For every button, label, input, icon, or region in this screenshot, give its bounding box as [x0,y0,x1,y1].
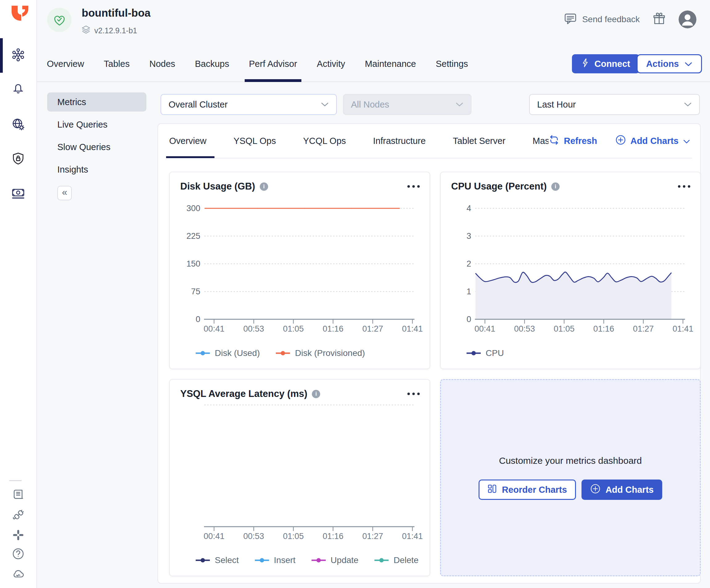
panel-tab-infrastructure[interactable]: Infrastructure [373,123,426,158]
legend-label: CPU [486,348,504,358]
refresh-label: Refresh [564,136,597,146]
actions-button[interactable]: Actions [637,54,702,73]
svg-text:00:41: 00:41 [475,324,496,333]
cluster-tabbar: Overview Tables Nodes Backups Perf Advis… [37,46,710,82]
tab-settings[interactable]: Settings [436,46,468,81]
collapse-chevrons-glyph: « [62,187,67,198]
connect-button[interactable]: Connect [572,54,639,73]
rail-item-docs[interactable] [0,486,37,505]
ysql-latency-legend: SelectInsertUpdateDelete [196,555,419,565]
tab-overview[interactable]: Overview [47,46,84,81]
panel-tab-master-truncated[interactable]: Mas [532,123,548,158]
svg-text:1: 1 [467,287,471,296]
chart-menu-ellipsis-button[interactable] [407,390,420,398]
customize-message: Customize your metrics dashboard [499,455,642,466]
banknote-icon [11,186,25,201]
svg-text:00:53: 00:53 [243,324,264,333]
rail-item-clusters[interactable] [0,41,37,70]
info-icon[interactable]: i [260,183,268,191]
panel-tab-ysql-ops[interactable]: YSQL Ops [234,123,276,158]
legend-item[interactable]: Delete [374,555,419,565]
legend-item[interactable]: Select [196,555,239,565]
chart-card-ysql-latency: YSQL Average Latency (ms) i 00:4100:5301… [169,379,430,576]
cluster-version: v2.12.9.1-b1 [94,26,137,35]
time-range-select-value: Last Hour [537,99,576,110]
subnav-item-slow-queries[interactable]: Slow Queries [47,137,146,157]
svg-text:300: 300 [186,204,200,213]
bell-icon [11,81,25,96]
scope-select[interactable]: Overall Cluster [161,94,337,115]
rail-item-security[interactable] [0,144,37,174]
rail-item-help[interactable] [0,545,37,564]
disk-usage-plot: 07515022530000:4100:5301:0501:1601:2701:… [170,191,430,342]
add-charts-menu-button[interactable]: Add Charts [615,134,690,148]
svg-text:01:05: 01:05 [554,324,575,333]
rail-item-network[interactable] [0,110,37,140]
svg-text:01:05: 01:05 [283,532,304,541]
info-icon[interactable]: i [312,390,320,398]
svg-text:01:05: 01:05 [283,324,304,333]
add-charts-button[interactable]: Add Charts [582,479,662,500]
svg-text:01:41: 01:41 [402,324,423,333]
tab-maintenance[interactable]: Maintenance [365,46,416,81]
reorder-charts-label: Reorder Charts [502,485,567,495]
svg-text:01:27: 01:27 [633,324,654,333]
panel-tab-ycql-ops[interactable]: YCQL Ops [303,123,346,158]
layers-icon [82,25,90,36]
panel-tab-overview[interactable]: Overview [169,123,207,158]
legend-item[interactable]: Insert [255,555,295,565]
cluster-health-heart-icon [47,8,71,32]
svg-text:75: 75 [191,287,200,296]
cluster-header: bountiful-boa v2.12.9.1-b1 [37,0,710,46]
time-range-select[interactable]: Last Hour [529,94,700,115]
clusters-icon [11,48,25,63]
reorder-charts-button[interactable]: Reorder Charts [478,479,576,500]
nodes-select[interactable]: All Nodes [343,94,472,115]
rail-item-slack[interactable] [0,526,37,545]
plus-circle-icon [590,484,600,496]
panel-tab-tablet-server[interactable]: Tablet Server [453,123,505,158]
yugabyte-logo-icon[interactable] [8,4,28,24]
refresh-button[interactable]: Refresh [548,134,597,148]
tab-perf-advisor[interactable]: Perf Advisor [249,46,297,81]
cluster-version-row: v2.12.9.1-b1 [82,25,137,36]
legend-item[interactable]: Disk (Used) [196,348,260,358]
cloud-icon [11,567,25,582]
collapse-sidebar-button[interactable]: « [57,186,72,200]
legend-label: Disk (Used) [215,348,260,358]
user-avatar[interactable] [679,10,696,28]
tab-tables[interactable]: Tables [104,46,130,81]
svg-text:00:41: 00:41 [204,532,224,541]
scope-select-value: Overall Cluster [169,99,228,110]
tab-backups[interactable]: Backups [195,46,229,81]
cpu-usage-legend: CPU [467,348,504,358]
tab-nodes[interactable]: Nodes [149,46,175,81]
chart-title: YSQL Average Latency (ms) [180,388,307,399]
chart-menu-ellipsis-button[interactable] [677,183,691,190]
shield-lock-icon [11,151,25,167]
rail-item-integrations[interactable] [0,506,37,525]
svg-text:01:41: 01:41 [672,324,693,333]
rail-item-alerts[interactable] [0,74,37,103]
send-feedback-label: Send feedback [582,15,640,24]
send-feedback-button[interactable]: Send feedback [564,12,640,27]
feedback-chat-icon [564,12,577,27]
globe-gear-icon [11,117,25,133]
chart-menu-ellipsis-button[interactable] [407,183,420,190]
connect-label: Connect [594,59,630,69]
subnav-item-insights[interactable]: Insights [47,160,146,179]
actions-label: Actions [646,59,679,69]
rail-item-cloud-status[interactable] [0,565,37,584]
left-rail [0,0,37,588]
legend-item[interactable]: Update [311,555,358,565]
svg-text:01:16: 01:16 [323,324,344,333]
subnav-item-live-queries[interactable]: Live Queries [47,115,146,134]
legend-item[interactable]: CPU [467,348,504,358]
chart-title: Disk Usage (GB) [180,181,255,192]
info-icon[interactable]: i [551,183,560,191]
gift-icon[interactable] [653,12,666,26]
legend-item[interactable]: Disk (Provisioned) [276,348,365,358]
rail-item-billing[interactable] [0,179,37,208]
subnav-item-metrics[interactable]: Metrics [47,92,146,112]
tab-activity[interactable]: Activity [317,46,345,81]
